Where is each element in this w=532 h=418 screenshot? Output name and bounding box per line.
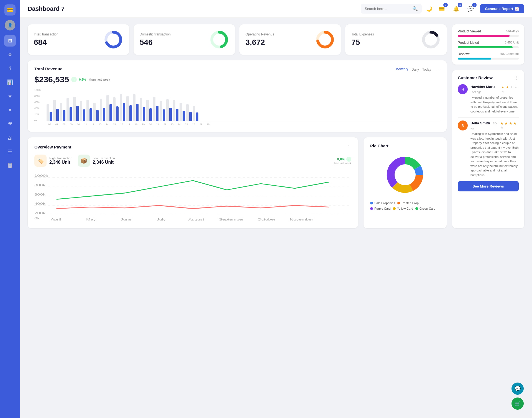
revenue-chart: 1000k 800k 600k 400k 200k 0k [34, 89, 440, 126]
see-more-reviews-button[interactable]: See More Reviews [458, 181, 519, 191]
operating-revenue-value: 3,672 [245, 38, 274, 47]
bar-group [180, 103, 185, 121]
total-expenses-donut [421, 30, 441, 49]
legend-yellow-card: Yellow Card [393, 207, 413, 210]
svg-text:August: August [188, 218, 204, 221]
tab-monthly[interactable]: Monthly [395, 67, 408, 72]
bar-group [173, 100, 178, 121]
pie-chart-card: Pie Chart [364, 137, 447, 228]
stat-card-operating-revenue: Operating Revenue 3,672 [239, 24, 341, 55]
bar-group [146, 100, 152, 121]
sidebar-item-star[interactable]: ★ [4, 90, 16, 102]
content-left: Inter. transaction 684 Domestic transact… [28, 24, 447, 228]
message-badge: 5 [472, 3, 477, 7]
high-transaction-stat: 🏷️ High Transaction 2,346 Unit [34, 155, 72, 167]
bar-group [73, 97, 79, 121]
svg-point-27 [395, 164, 416, 185]
inter-transaction-label: Inter. transaction [34, 32, 58, 36]
bar-group [53, 100, 59, 121]
metric-reviews-value: 456 Comment [500, 52, 519, 56]
search-icon: 🔍 [412, 6, 418, 11]
bar-chart-icon: 📈 [515, 7, 519, 11]
revenue-more-icon[interactable]: ⋯ [434, 66, 440, 73]
up-arrow-icon: ↑ [71, 77, 77, 82]
metric-product-viewed: Product Viewed 561/days [458, 29, 519, 37]
payment-stats: 🏷️ High Transaction 2,346 Unit 📦 Low Tra… [34, 155, 351, 167]
star-4: ★ [513, 121, 516, 125]
total-expenses-value: 75 [351, 38, 374, 47]
svg-text:June: June [121, 218, 132, 221]
review-stars-1: ★ ★ ★ ★ ★ [500, 121, 519, 130]
support-fab[interactable]: 💬 [511, 383, 524, 395]
revenue-title: Total Revenue [34, 66, 62, 71]
x-label: 06 [47, 123, 53, 126]
legend-sale-properties: Sale Properties [370, 201, 395, 205]
legend-dot-green [415, 207, 418, 210]
metric-listed-fill [458, 46, 513, 48]
y-label-1000k: 1000k [34, 89, 45, 91]
legend-label-green: Green Card [420, 207, 435, 210]
pie-chart-title: Pie Chart [370, 143, 440, 148]
customer-review-card: Customer Review ⋮ H Hawkins Maru 5m ago [452, 70, 524, 228]
search-input[interactable] [365, 7, 410, 11]
pie-svg [383, 153, 427, 197]
sidebar-item-settings[interactable]: ⚙ [4, 49, 16, 60]
sidebar-item-list[interactable]: ☰ [4, 146, 16, 157]
theme-toggle-icon[interactable]: 🌙 [426, 6, 432, 12]
sidebar-item-dashboard[interactable]: ⊞ [4, 35, 16, 47]
operating-revenue-donut [315, 30, 335, 49]
svg-text:September: September [219, 218, 244, 221]
reviews-more-icon[interactable]: ⋮ [514, 75, 519, 80]
revenue-tabs: Monthly Daily Today ⋯ [395, 66, 440, 73]
review-avatar-1: B [458, 120, 468, 130]
x-label: 28 [205, 123, 211, 126]
payment-up-icon: ↑ [346, 157, 351, 162]
sidebar-item-chart[interactable]: 📊 [4, 76, 16, 88]
sidebar-item-heart[interactable]: ♥ [4, 104, 16, 116]
metric-reviews: Reviews 456 Comment [458, 52, 519, 60]
stat-card-inter-transaction: Inter. transaction 684 [28, 24, 129, 55]
x-label: 27 [198, 123, 204, 126]
bar-group [47, 104, 52, 121]
search-box[interactable]: 🔍 [361, 4, 422, 14]
x-label: 25 [183, 123, 190, 126]
review-avatar-0: H [458, 84, 468, 94]
sidebar-item-print[interactable]: 🖨 [4, 132, 16, 143]
x-axis-labels: 0607080910111213141516171819202122232425… [47, 123, 440, 126]
x-label: 13 [97, 123, 103, 126]
bar-group [133, 94, 139, 121]
metric-product-listed: Product Listed 3,456 Unit [458, 41, 519, 48]
sidebar-item-heart2[interactable]: ❤ [4, 118, 16, 130]
payment-more-icon[interactable]: ⋮ [346, 143, 351, 150]
tab-today[interactable]: Today [422, 68, 431, 72]
legend-label-rented: Rented Prop [401, 201, 419, 205]
svg-text:600k: 600k [34, 193, 46, 196]
cart-icon: 🛒 [515, 401, 521, 407]
cart-fab[interactable]: 🛒 [511, 398, 524, 410]
y-label-200k: 200k [34, 113, 45, 116]
review-item-1: B Bella Smith 20m ago ★ ★ ★ ★ [458, 120, 519, 177]
sidebar-item-info[interactable]: ℹ [4, 63, 16, 74]
review-stars-0: ★ ★ ★ ★ ★ [501, 85, 519, 93]
wallet-icon-btn[interactable]: 💳 2 [437, 4, 447, 14]
user-avatar[interactable]: 👤 [5, 20, 15, 30]
inter-transaction-value: 684 [34, 38, 58, 47]
review-text-0: I viewed a number of properties with Jus… [470, 95, 519, 114]
low-transaction-icon: 📦 [78, 155, 90, 167]
review-name-1: Bella Smith [470, 121, 490, 125]
legend-purple-card: Purple Card [370, 207, 391, 210]
sidebar-logo[interactable]: 💳 [4, 4, 16, 16]
wallet-badge: 2 [443, 3, 448, 7]
metric-viewed-label: Product Viewed [458, 29, 481, 33]
generate-report-button[interactable]: Generate Report 📈 [480, 4, 524, 13]
overview-payment-card: Overview Payment ⋮ 🏷️ High Transaction 2… [28, 137, 358, 228]
bell-icon-btn[interactable]: 🔔 12 [451, 4, 461, 14]
bar-group [106, 95, 112, 121]
y-axis-labels: 1000k 800k 600k 400k 200k 0k [34, 89, 47, 122]
tab-daily[interactable]: Daily [411, 68, 419, 72]
x-label: 11 [83, 123, 89, 126]
message-icon-btn[interactable]: 💬 5 [466, 4, 475, 14]
sidebar-item-doc[interactable]: 📋 [4, 160, 16, 171]
review-text-1: Dealing with Syamsudin and Bakri was a j… [470, 132, 519, 177]
legend-dot-purple [370, 207, 373, 210]
